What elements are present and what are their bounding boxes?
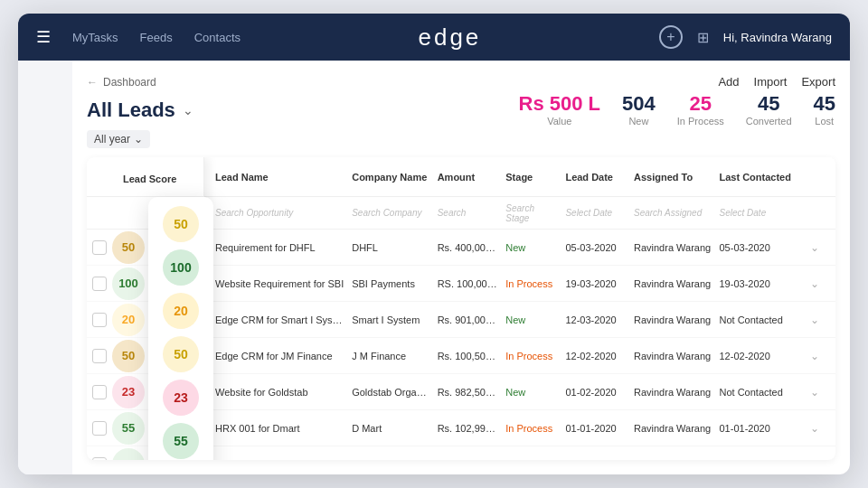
table-row[interactable]: Website Requirement for SBI SBI Payments… [204, 266, 835, 302]
score-badge-left-2: 100 [112, 267, 145, 300]
filter-row: All year ⌄ [87, 130, 835, 148]
stat-new-value: 504 [622, 94, 656, 114]
cell-date-5: 01-02-2020 [561, 387, 630, 398]
popup-item-4: 50 [148, 333, 213, 376]
stat-inprocess: 25 In Process [677, 94, 724, 127]
page-title: All Leads [87, 99, 175, 122]
data-table: Lead Name Company Name Amount Stage Lead… [204, 157, 835, 460]
cell-date-2: 19-03-2020 [561, 278, 630, 289]
cell-date-4: 12-02-2020 [561, 351, 630, 361]
row-expand-5[interactable]: ⌄ [801, 386, 828, 399]
nav-feeds[interactable]: Feeds [140, 31, 173, 44]
score-checkbox-3[interactable] [92, 313, 107, 327]
cell-assigned-3: Ravindra Warang [630, 314, 716, 325]
cell-contacted-5: Not Contacted [716, 387, 801, 398]
row-expand-1[interactable]: ⌄ [801, 241, 828, 254]
cell-company-3: Smart I System [348, 314, 433, 325]
export-button[interactable]: Export [801, 75, 835, 89]
import-button[interactable]: Import [754, 75, 788, 89]
add-button[interactable]: Add [718, 75, 739, 89]
table-row[interactable]: Requirement for DHFL DHFL Rs. 400,000.00… [204, 230, 835, 266]
breadcrumb[interactable]: ← Dashboard [87, 76, 156, 89]
col-company: Company Name [348, 172, 433, 183]
stat-lost-label: Lost [814, 116, 835, 127]
cell-contacted-2: 19-03-2020 [716, 278, 801, 289]
page-title-group: All Leads ⌄ [87, 99, 193, 122]
header-actions: Add Import Export [718, 75, 835, 89]
score-checkbox-2[interactable] [92, 277, 107, 291]
cell-lead-7: CXS-009 for Cipla [212, 459, 348, 461]
table-header: Lead Name Company Name Amount Stage Lead… [204, 157, 835, 197]
table-row[interactable]: CXS-009 for Cipla Cipla Ltd Rs. 100,000.… [204, 446, 835, 460]
cell-contacted-1: 05-03-2020 [716, 242, 801, 253]
score-checkbox-7[interactable] [92, 457, 107, 461]
filter-dropdown[interactable]: All year ⌄ [87, 130, 150, 148]
title-chevron-icon[interactable]: ⌄ [183, 103, 193, 117]
score-checkbox-6[interactable] [92, 421, 107, 436]
cell-amount-7: Rs. 100,000.00 [434, 459, 503, 461]
stat-inprocess-value: 25 [677, 94, 724, 114]
search-date: Select Date [561, 208, 630, 218]
table-row[interactable]: Edge CRM for JM Finance J M Finance Rs. … [204, 338, 835, 374]
row-expand-3[interactable]: ⌄ [801, 314, 828, 326]
table-row[interactable]: HRX 001 for Dmart D Mart Rs. 102,999.00 … [204, 410, 835, 446]
row-expand-2[interactable]: ⌄ [801, 277, 828, 290]
table-wrapper: Lead Score 50 100 [87, 157, 835, 460]
score-badge-left-4: 50 [112, 340, 145, 372]
col-amount: Amount [434, 172, 503, 183]
search-contacted: Select Date [716, 208, 801, 218]
nav-right: + ⊞ Hi, Ravindra Warang [659, 25, 832, 49]
cell-assigned-1: Ravindra Warang [630, 242, 716, 253]
popup-badge-5: 23 [163, 380, 199, 416]
col-contacted: Last Contacted [716, 172, 801, 183]
search-stage: Search Stage [502, 203, 561, 223]
popup-badge-4: 50 [163, 336, 199, 372]
score-badge-left-6: 55 [112, 412, 145, 445]
hamburger-icon[interactable]: ☰ [36, 27, 51, 47]
popup-item-2: 100 [148, 246, 213, 289]
popup-item-3: 20 [148, 289, 213, 333]
grid-icon[interactable]: ⊞ [697, 29, 709, 46]
score-checkbox-1[interactable] [92, 240, 107, 255]
table-search-row: Search Opportunity Search Company Search… [204, 197, 835, 230]
cell-contacted-6: 01-01-2020 [716, 423, 801, 434]
top-nav: ☰ MyTasks Feeds Contacts edge + ⊞ Hi, Ra… [18, 14, 850, 61]
cell-stage-6: In Process [502, 423, 561, 434]
breadcrumb-arrow: ← [87, 76, 98, 89]
nav-contacts[interactable]: Contacts [194, 31, 241, 44]
stat-label-value: Value [519, 116, 601, 127]
cell-stage-7: New [502, 459, 561, 461]
score-checkbox-4[interactable] [92, 349, 107, 363]
cell-amount-5: Rs. 982,502.00 [434, 387, 503, 398]
cell-assigned-6: Ravindra Warang [630, 423, 716, 434]
row-expand-4[interactable]: ⌄ [801, 350, 828, 362]
nav-user: Hi, Ravindra Warang [723, 31, 832, 44]
col-assigned: Assigned To [630, 172, 716, 183]
cell-company-2: SBI Payments [348, 278, 433, 289]
score-checkbox-5[interactable] [92, 385, 107, 399]
popup-item-5: 23 [148, 376, 213, 419]
stat-value: Rs 500 L Value [519, 94, 601, 127]
browser-frame: ☰ MyTasks Feeds Contacts edge + ⊞ Hi, Ra… [18, 14, 850, 474]
stat-new-label: New [622, 116, 656, 127]
popup-badge-2: 100 [163, 249, 199, 286]
table-row[interactable]: Website for Goldstab Goldstab Organics P… [204, 374, 835, 410]
stat-new: 504 New [622, 94, 656, 127]
nav-logo: edge [241, 23, 659, 52]
col-date: Lead Date [561, 172, 630, 183]
search-company: Search Company [348, 208, 433, 218]
col-stage: Stage [502, 172, 561, 183]
cell-amount-2: RS. 100,000.00 [434, 278, 503, 289]
cell-assigned-5: Ravindra Warang [630, 387, 716, 398]
table-row[interactable]: Edge CRM for Smart I System Smart I Syst… [204, 302, 835, 338]
row-expand-6[interactable]: ⌄ [801, 422, 828, 435]
cell-assigned-2: Ravindra Warang [630, 278, 716, 289]
nav-mytasks[interactable]: MyTasks [72, 31, 118, 44]
popup-badge-1: 50 [163, 206, 199, 242]
nav-add-button[interactable]: + [659, 25, 683, 49]
cell-stage-5: New [502, 387, 561, 398]
row-expand-7[interactable]: ⌄ [801, 458, 828, 461]
cell-company-6: D Mart [348, 423, 433, 434]
cell-amount-6: Rs. 102,999.00 [434, 423, 503, 434]
cell-company-4: J M Finance [348, 351, 433, 361]
